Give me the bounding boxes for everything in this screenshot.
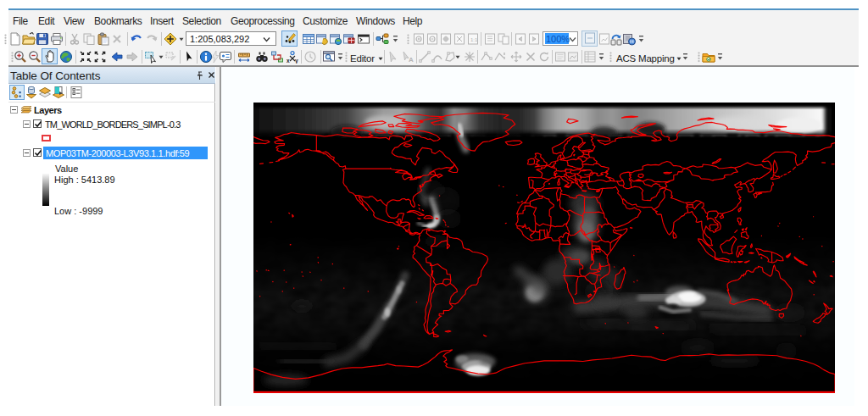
svg-text:1:1: 1:1 [470, 37, 478, 42]
svg-text:x: x [287, 58, 290, 64]
svg-text:A: A [409, 56, 414, 64]
svg-text:y: y [295, 58, 298, 64]
